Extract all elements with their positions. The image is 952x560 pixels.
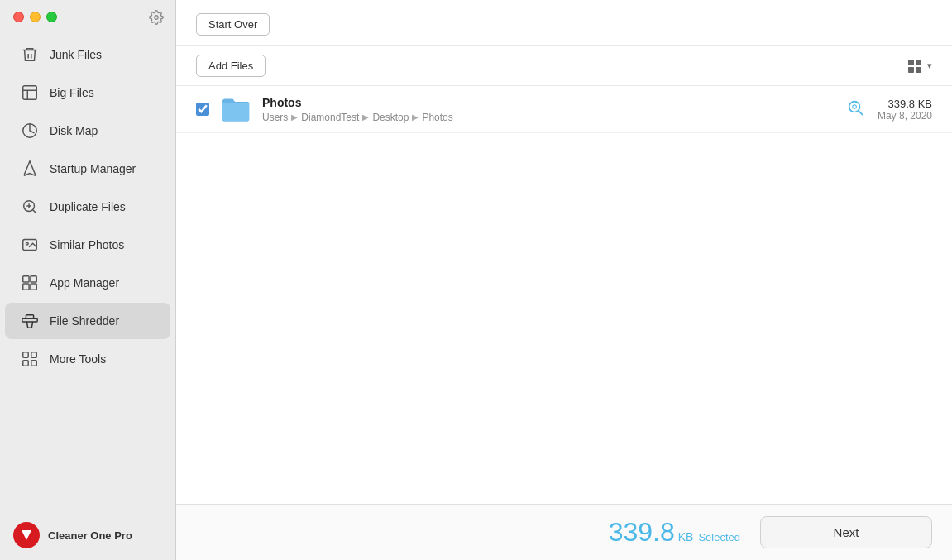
view-toggle[interactable]: ▾ — [907, 59, 932, 74]
main-footer: 339.8 KB Selected Next — [176, 504, 952, 560]
sidebar-item-junk-files[interactable]: Junk Files — [5, 36, 170, 73]
total-size-unit: KB — [678, 530, 694, 543]
svg-rect-17 — [908, 60, 914, 65]
main-header: Start Over — [176, 0, 952, 46]
settings-button[interactable] — [149, 10, 164, 29]
svg-rect-1 — [23, 86, 37, 100]
svg-point-5 — [26, 242, 28, 245]
svg-rect-12 — [31, 352, 36, 357]
sidebar-item-label: Similar Photos — [50, 238, 124, 251]
sidebar-item-label: Disk Map — [50, 124, 98, 137]
svg-rect-18 — [916, 60, 921, 65]
minimize-button[interactable] — [30, 12, 41, 22]
svg-point-21 — [849, 101, 860, 112]
sidebar-item-label: File Shredder — [50, 314, 119, 328]
grid-view-icon — [907, 59, 922, 74]
svg-point-0 — [155, 16, 159, 20]
svg-line-22 — [859, 111, 863, 115]
total-size-number: 339.8 — [609, 517, 675, 548]
file-size: 339.8 KB — [878, 98, 932, 110]
svg-rect-20 — [916, 67, 921, 73]
sidebar-item-label: Junk Files — [50, 48, 102, 61]
app-manager-icon — [20, 273, 40, 293]
file-actions: 339.8 KB May 8, 2020 — [846, 98, 932, 122]
magnifier-icon — [846, 98, 864, 117]
sidebar-item-label: App Manager — [50, 276, 119, 290]
size-summary: 339.8 KB Selected — [609, 517, 740, 548]
svg-rect-10 — [22, 318, 37, 322]
path-arrow: ▶ — [412, 112, 419, 122]
sidebar-item-startup-manager[interactable]: Startup Manager — [5, 151, 170, 187]
sidebar-item-label: Big Files — [50, 86, 94, 99]
svg-rect-6 — [23, 276, 29, 282]
big-files-icon — [20, 83, 40, 103]
file-path: Users ▶ DiamondTest ▶ Desktop ▶ Photos — [262, 112, 835, 123]
file-checkbox[interactable] — [196, 103, 209, 116]
close-button[interactable] — [13, 12, 24, 22]
svg-rect-9 — [31, 284, 36, 290]
path-arrow: ▶ — [291, 112, 298, 122]
selected-label: Selected — [698, 531, 740, 543]
svg-point-16 — [24, 531, 29, 536]
next-button[interactable]: Next — [760, 516, 932, 548]
main-content: Start Over Add Files ▾ Photos Users — [176, 0, 952, 560]
table-row: Photos Users ▶ DiamondTest ▶ Desktop ▶ P… — [176, 86, 952, 133]
svg-rect-8 — [23, 284, 29, 290]
svg-rect-11 — [23, 352, 28, 357]
file-date: May 8, 2020 — [878, 110, 932, 122]
file-meta: 339.8 KB May 8, 2020 — [878, 98, 932, 122]
file-name: Photos — [262, 96, 835, 109]
sidebar-item-duplicate-files[interactable]: Duplicate Files — [5, 189, 170, 225]
svg-rect-14 — [31, 361, 36, 366]
svg-rect-7 — [31, 276, 36, 282]
path-arrow: ▶ — [362, 112, 369, 122]
sidebar-item-label: More Tools — [50, 352, 106, 366]
trend-micro-logo — [13, 522, 40, 548]
add-files-button[interactable]: Add Files — [196, 55, 266, 77]
sidebar-item-label: Startup Manager — [50, 162, 136, 175]
toolbar: Add Files ▾ — [176, 46, 952, 86]
svg-rect-13 — [23, 361, 28, 366]
file-info: Photos Users ▶ DiamondTest ▶ Desktop ▶ P… — [262, 96, 835, 123]
sidebar-item-similar-photos[interactable]: Similar Photos — [5, 227, 170, 263]
brand-area: Cleaner One Pro — [0, 510, 175, 560]
disk-map-icon — [20, 121, 40, 141]
svg-rect-19 — [908, 67, 914, 73]
duplicate-files-icon — [20, 197, 40, 217]
more-tools-icon — [20, 349, 40, 369]
sidebar: Junk Files Big Files Disk Map — [0, 0, 176, 560]
nav-menu: Junk Files Big Files Disk Map — [0, 31, 175, 510]
svg-point-23 — [853, 104, 857, 108]
startup-manager-icon — [20, 159, 40, 179]
folder-icon — [221, 94, 251, 124]
file-list: Photos Users ▶ DiamondTest ▶ Desktop ▶ P… — [176, 86, 952, 504]
start-over-button[interactable]: Start Over — [196, 13, 270, 36]
sidebar-item-disk-map[interactable]: Disk Map — [5, 112, 170, 149]
sidebar-item-more-tools[interactable]: More Tools — [5, 341, 170, 377]
sidebar-item-file-shredder[interactable]: File Shredder — [5, 303, 170, 339]
sidebar-item-big-files[interactable]: Big Files — [5, 74, 170, 111]
sidebar-item-label: Duplicate Files — [50, 200, 126, 213]
file-shredder-icon — [20, 311, 40, 331]
maximize-button[interactable] — [46, 12, 57, 22]
sidebar-item-app-manager[interactable]: App Manager — [5, 265, 170, 301]
similar-photos-icon — [20, 235, 40, 255]
reveal-in-finder-button[interactable] — [846, 98, 864, 121]
junk-files-icon — [20, 45, 40, 65]
brand-name: Cleaner One Pro — [48, 529, 132, 542]
chevron-down-icon: ▾ — [927, 60, 932, 71]
